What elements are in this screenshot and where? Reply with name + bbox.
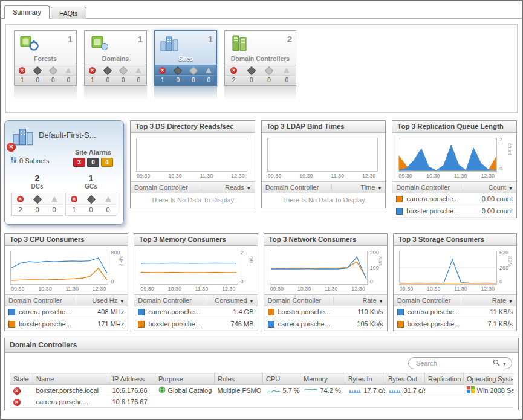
panel-table-header: Domain Controller Rate <box>394 294 516 306</box>
search-options-dropdown-icon[interactable] <box>502 360 507 367</box>
bytes-out-sparkline-icon <box>388 387 401 394</box>
gc-alarm-table: 100 <box>65 193 117 216</box>
critical-icon <box>247 66 256 74</box>
cpu-chart <box>10 251 108 285</box>
sort-dropdown-icon[interactable] <box>247 184 251 191</box>
x-axis-labels: 09:3010:3011:3012:30 <box>399 285 497 294</box>
domain-controllers-table: State Name IP Address Purpose Roles CPU … <box>10 373 513 408</box>
y-axis: 2 0 count <box>497 138 514 172</box>
table-row[interactable]: carrera.porsche... 105 Kb/s <box>264 318 387 331</box>
tile-domains[interactable]: 1 Domains 1000 <box>84 30 147 86</box>
sort-dropdown-icon[interactable] <box>508 297 513 304</box>
panel-ldap-bind-times: Top 3 LDAP Bind Times 09:3010:3011:3012:… <box>261 120 386 208</box>
sort-dropdown-icon[interactable] <box>120 297 124 304</box>
table-row[interactable]: carrera.porsche... 0.00 count <box>392 193 516 205</box>
series-swatch <box>8 321 15 328</box>
col-cpu[interactable]: CPU <box>263 373 300 385</box>
section-title: Domain Controllers <box>5 338 518 353</box>
tile-label: Domain Controllers <box>225 54 296 65</box>
table-row[interactable]: boxster.porsche... 0.00 count <box>392 205 516 218</box>
series-swatch <box>268 309 274 315</box>
sort-dropdown-icon[interactable] <box>250 297 254 304</box>
panel-title: Top 3 Memory Consumers <box>134 234 257 246</box>
table-row[interactable]: carrera.porsche... 10.6.176.67 <box>10 396 513 408</box>
col-memory[interactable]: Memory <box>300 373 345 385</box>
fatal-icon <box>17 196 24 202</box>
tile-label: Sites <box>155 54 216 65</box>
tile-reflection <box>84 86 147 100</box>
site-card-default-first-site[interactable]: Default-First-S... 0 Subnets Site Alarms… <box>4 120 124 225</box>
warning-icon <box>189 66 198 74</box>
table-row[interactable]: boxster.porsche.local 10.6.176.66 Global… <box>10 385 513 396</box>
col-bytes-in[interactable]: Bytes In <box>345 373 385 385</box>
sort-dropdown-icon[interactable] <box>379 297 383 304</box>
y-axis-unit: Kb/s <box>378 256 383 266</box>
sort-dropdown-icon[interactable] <box>508 184 513 191</box>
ad-dashboard: Summary FAQts 1 Forests 1000 <box>0 0 523 420</box>
panel-table-header: Domain Controller Reads <box>131 181 255 193</box>
storage-chart <box>399 251 497 285</box>
panel-table-header: Domain Controller Count <box>392 181 516 193</box>
forests-icon <box>18 34 40 53</box>
tile-reflection <box>224 86 296 100</box>
fatal-icon <box>230 67 237 74</box>
table-row[interactable]: carrera.porsche... 11 KB/s <box>394 306 516 318</box>
warning-icon <box>265 66 273 74</box>
col-bytes-out[interactable]: Bytes Out <box>385 373 425 385</box>
panel-network-consumers: Top 3 Network Consumers 09:3010:3011:301… <box>264 233 388 331</box>
subnets-icon <box>10 157 17 164</box>
series-swatch <box>396 196 403 202</box>
replication-chart <box>398 138 497 172</box>
search-input[interactable] <box>415 359 490 367</box>
y-axis: 620 260 0 KB/s <box>497 251 514 285</box>
domains-count: 1 <box>138 34 143 44</box>
dc-alarm-table: 200 <box>11 193 63 216</box>
table-row[interactable]: boxster.porsche... 7.1 KB/s <box>394 318 516 331</box>
critical-count-badge[interactable]: 0 <box>87 158 99 167</box>
table-row[interactable]: boxster.porsche... 746 MB <box>134 318 257 331</box>
y-axis: 800 0 MHz <box>108 251 125 285</box>
table-row[interactable]: boxster.porsche... 171 MHz <box>5 318 128 331</box>
col-ip[interactable]: IP Address <box>109 373 155 385</box>
warning-count-badge[interactable]: 4 <box>101 158 113 167</box>
y-axis: 2 0 GB <box>238 251 255 285</box>
critical-icon <box>174 66 182 74</box>
tile-alarm-counts: 1000 <box>15 75 76 85</box>
x-axis-labels: 09:3010:3011:3012:30 <box>267 172 378 181</box>
no-data-message: There Is No Data To Display <box>262 193 386 208</box>
tab-faqts[interactable]: FAQts <box>51 7 86 19</box>
col-state[interactable]: State <box>10 373 33 385</box>
tab-summary[interactable]: Summary <box>4 5 50 19</box>
tab-faqts-label: FAQts <box>59 10 78 17</box>
y-axis-unit: MHz <box>119 256 124 266</box>
series-swatch <box>268 321 274 328</box>
search-icon[interactable] <box>493 359 500 367</box>
tile-alarm-icons <box>15 65 76 75</box>
tile-sites[interactable]: 1 Sites 1000 <box>154 30 217 86</box>
tile-domain-controllers[interactable]: 2 Domain Controllers 2000 <box>224 30 296 86</box>
tile-label: Domains <box>85 54 146 65</box>
dcs-summary: 2 DCs 200 <box>10 173 64 216</box>
tile-reflection <box>14 86 77 100</box>
fatal-count-badge[interactable]: 3 <box>73 158 85 167</box>
col-name[interactable]: Name <box>33 373 109 385</box>
table-row[interactable]: carrera.porsche... 1.4 GB <box>134 306 257 318</box>
table-row[interactable]: boxster.porsche... 110 Kb/s <box>264 306 387 318</box>
domain-controllers-count: 2 <box>287 34 292 44</box>
table-row[interactable]: carrera.porsche... 408 MHz <box>5 306 128 318</box>
y-axis-unit: count <box>507 143 513 155</box>
y-axis-unit: KB/s <box>507 256 513 267</box>
col-roles[interactable]: Roles <box>215 373 263 385</box>
forests-count: 1 <box>68 34 73 44</box>
search-box[interactable] <box>408 357 512 369</box>
col-os[interactable]: Operating System <box>464 373 513 385</box>
network-chart <box>270 251 368 285</box>
gcs-summary: 1 GCs 100 <box>64 173 118 216</box>
tile-forests[interactable]: 1 Forests 1000 <box>14 30 77 86</box>
y-axis: 200 100 0 Kb/s <box>368 251 385 285</box>
panel-ds-directory-reads: Top 3 DS Directory Reads/sec 09:3010:301… <box>130 120 255 208</box>
sort-dropdown-icon[interactable] <box>377 184 382 191</box>
col-replication[interactable]: Replication <box>425 373 464 385</box>
domains-icon <box>88 34 110 53</box>
col-purpose[interactable]: Purpose <box>155 373 215 385</box>
